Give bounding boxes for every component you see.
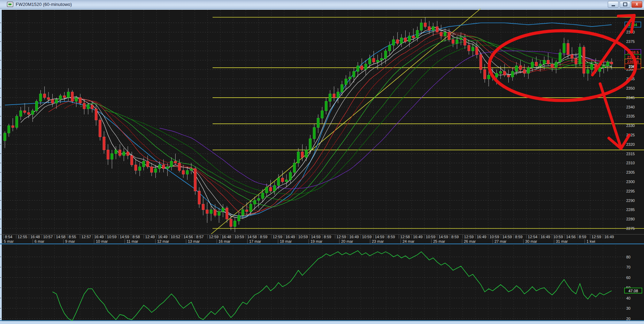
svg-text:40: 40 <box>626 296 630 300</box>
svg-text:10:52: 10:52 <box>171 235 181 239</box>
svg-text:2320: 2320 <box>626 142 635 146</box>
svg-text:14:58: 14:58 <box>56 235 66 239</box>
svg-text:8:59: 8:59 <box>260 235 267 239</box>
svg-text:18 mar: 18 mar <box>280 239 292 243</box>
svg-text:27 mar: 27 mar <box>495 239 507 243</box>
svg-text:8:57: 8:57 <box>196 235 204 239</box>
svg-text:31 mar: 31 mar <box>556 239 568 243</box>
svg-text:8:58: 8:58 <box>132 235 140 239</box>
svg-text:5 mar: 5 mar <box>4 239 14 243</box>
minimize-button[interactable] <box>608 1 619 8</box>
svg-text:2310: 2310 <box>626 161 635 165</box>
svg-text:1 kwi: 1 kwi <box>586 239 595 243</box>
svg-text:12:59: 12:59 <box>337 235 346 239</box>
svg-text:16:49: 16:49 <box>349 235 359 239</box>
svg-text:16:49: 16:49 <box>285 235 295 239</box>
close-button[interactable]: X <box>631 1 642 8</box>
svg-text:20: 20 <box>626 317 630 321</box>
svg-text:14:58: 14:58 <box>247 235 257 239</box>
svg-text:12:54: 12:54 <box>528 235 538 239</box>
svg-text:80: 80 <box>626 255 630 259</box>
svg-text:12:58: 12:58 <box>400 235 410 239</box>
svg-text:2275: 2275 <box>626 226 635 231</box>
svg-text:2330: 2330 <box>626 123 635 128</box>
svg-text:14:59: 14:59 <box>120 235 129 239</box>
svg-text:14:56: 14:56 <box>183 235 193 239</box>
svg-text:16:49: 16:49 <box>413 235 423 239</box>
svg-text:14:59: 14:59 <box>375 235 384 239</box>
svg-text:2285: 2285 <box>626 208 635 212</box>
svg-text:16:49: 16:49 <box>604 235 614 239</box>
svg-text:26 mar: 26 mar <box>464 239 476 243</box>
svg-text:10:57: 10:57 <box>43 235 53 239</box>
svg-text:11 mar: 11 mar <box>127 239 138 243</box>
minimize-icon <box>612 5 615 6</box>
svg-text:2300: 2300 <box>626 180 635 184</box>
svg-text:30 mar: 30 mar <box>525 239 537 243</box>
svg-text:23 mar: 23 mar <box>372 239 384 243</box>
svg-text:10:59: 10:59 <box>490 235 499 239</box>
window-title: FW20M1520 (60-minutowo) <box>16 2 72 7</box>
svg-text:8:59: 8:59 <box>579 235 586 239</box>
close-icon: X <box>636 3 638 6</box>
restore-icon <box>623 2 627 6</box>
svg-text:2295: 2295 <box>626 189 635 193</box>
svg-text:12:49: 12:49 <box>145 235 155 239</box>
svg-text:25 mar: 25 mar <box>433 239 445 243</box>
svg-text:2350: 2350 <box>626 86 635 90</box>
panel-splitter[interactable] <box>0 243 644 244</box>
chart-window: 2385238023752370236523602355235023452340… <box>0 0 644 324</box>
svg-text:2335: 2335 <box>626 114 635 118</box>
chart-svg[interactable]: 2385238023752370236523602355235023452340… <box>0 0 644 324</box>
svg-text:14:59: 14:59 <box>311 235 321 239</box>
svg-text:8:59: 8:59 <box>515 235 522 239</box>
svg-text:60: 60 <box>626 276 630 280</box>
svg-text:12:57: 12:57 <box>82 235 91 239</box>
svg-text:10:59: 10:59 <box>107 235 117 239</box>
svg-text:16:49: 16:49 <box>94 235 104 239</box>
svg-text:17 mar: 17 mar <box>249 239 261 243</box>
svg-text:6 mar: 6 mar <box>34 239 44 243</box>
svg-text:47.08: 47.08 <box>628 289 638 293</box>
svg-text:9 mar: 9 mar <box>65 239 75 243</box>
svg-text:16:49: 16:49 <box>540 235 550 239</box>
title-bar: FW20M1520 (60-minutowo) X <box>0 0 644 9</box>
app-icon <box>7 2 13 7</box>
svg-text:12:59: 12:59 <box>592 235 601 239</box>
svg-text:8:59: 8:59 <box>451 235 459 239</box>
svg-text:16:48: 16:48 <box>222 235 231 239</box>
svg-text:8:59: 8:59 <box>324 235 331 239</box>
svg-text:30: 30 <box>626 306 630 310</box>
svg-text:14:56: 14:56 <box>566 235 576 239</box>
svg-text:2375: 2375 <box>626 39 635 44</box>
svg-text:2345: 2345 <box>626 96 635 100</box>
svg-text:12:55: 12:55 <box>18 235 28 239</box>
svg-text:2280: 2280 <box>626 217 635 221</box>
svg-text:10:59: 10:59 <box>235 235 244 239</box>
svg-text:8:54: 8:54 <box>5 235 12 239</box>
restore-button[interactable] <box>620 1 630 8</box>
svg-text:12:59: 12:59 <box>273 235 283 239</box>
svg-text:12 mar: 12 mar <box>157 239 169 243</box>
svg-text:16 mar: 16 mar <box>219 239 231 243</box>
svg-text:2315: 2315 <box>626 152 635 156</box>
svg-text:16:49: 16:49 <box>158 235 168 239</box>
svg-text:10:59: 10:59 <box>553 235 563 239</box>
svg-text:10:59: 10:59 <box>298 235 308 239</box>
svg-text:10:59: 10:59 <box>362 235 372 239</box>
svg-text:8:59: 8:59 <box>388 235 395 239</box>
svg-text:16:49: 16:49 <box>477 235 486 239</box>
svg-text:12:59: 12:59 <box>209 235 219 239</box>
svg-text:14:59: 14:59 <box>438 235 448 239</box>
svg-text:12:59: 12:59 <box>464 235 474 239</box>
window-controls: X <box>608 1 642 8</box>
svg-text:2340: 2340 <box>626 105 635 109</box>
svg-text:2290: 2290 <box>626 198 635 203</box>
svg-text:13 mar: 13 mar <box>188 239 200 243</box>
svg-text:2305: 2305 <box>626 170 635 174</box>
svg-text:14:59: 14:59 <box>502 235 512 239</box>
svg-text:70: 70 <box>626 265 630 269</box>
svg-text:8:55: 8:55 <box>69 235 76 239</box>
svg-text:24 mar: 24 mar <box>402 239 415 243</box>
svg-text:10 mar: 10 mar <box>96 239 108 243</box>
